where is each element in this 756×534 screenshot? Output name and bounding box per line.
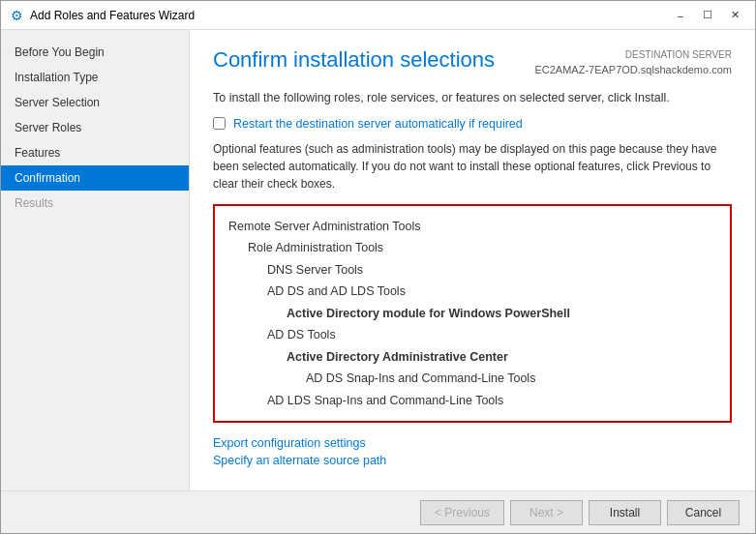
alternate-source-link[interactable]: Specify an alternate source path [213,454,732,467]
close-button[interactable]: ✕ [722,5,747,26]
next-button[interactable]: Next > [510,500,583,525]
destination-label: DESTINATION SERVER [534,47,732,62]
sidebar: Before You Begin Installation Type Serve… [1,30,190,490]
features-box: Remote Server Administration Tools Role … [213,204,732,424]
right-panel: Confirm installation selections DESTINAT… [190,30,755,490]
destination-server-value: EC2AMAZ-7EAP7OD.sqlshackdemo.com [534,64,732,75]
sidebar-item-features[interactable]: Features [1,140,189,165]
window-icon: ⚙ [9,8,24,23]
instruction-text: To install the following roles, role ser… [213,90,732,107]
list-item: AD DS and AD LDS Tools [228,281,716,303]
sidebar-item-installation-type[interactable]: Installation Type [1,65,189,90]
minimize-button[interactable]: – [668,5,693,26]
sidebar-item-before-you-begin[interactable]: Before You Begin [1,40,189,65]
optional-text: Optional features (such as administratio… [213,140,732,193]
window-title: Add Roles and Features Wizard [30,9,668,22]
restart-checkbox[interactable] [213,117,226,130]
wizard-window: ⚙ Add Roles and Features Wizard – ☐ ✕ Be… [0,0,756,534]
panel-body: To install the following roles, role ser… [190,90,755,490]
links-section: Export configuration settings Specify an… [213,436,732,467]
sidebar-item-confirmation[interactable]: Confirmation [1,165,189,191]
list-item: Remote Server Administration Tools [228,216,716,238]
list-item: AD DS Tools [228,324,716,346]
list-item: AD LDS Snap-Ins and Command-Line Tools [228,390,716,412]
sidebar-item-server-selection[interactable]: Server Selection [1,90,189,115]
panel-header: Confirm installation selections DESTINAT… [190,30,755,90]
list-item: AD DS Snap-Ins and Command-Line Tools [228,368,716,390]
list-item: Role Administration Tools [228,237,716,259]
cancel-button[interactable]: Cancel [667,500,740,525]
restart-checkbox-label[interactable]: Restart the destination server automatic… [233,117,523,131]
list-item: Active Directory module for Windows Powe… [228,303,716,325]
install-button[interactable]: Install [589,500,661,525]
sidebar-item-results: Results [1,191,189,216]
main-content: Before You Begin Installation Type Serve… [1,30,755,490]
window-controls: – ☐ ✕ [668,5,747,26]
list-item: DNS Server Tools [228,259,716,282]
list-item: Active Directory Administrative Center [228,346,716,369]
sidebar-item-server-roles[interactable]: Server Roles [1,115,189,140]
restore-button[interactable]: ☐ [695,5,720,26]
export-config-link[interactable]: Export configuration settings [213,436,732,450]
previous-button[interactable]: < Previous [420,500,504,525]
restart-checkbox-row: Restart the destination server automatic… [213,117,732,131]
destination-server-info: DESTINATION SERVER EC2AMAZ-7EAP7OD.sqlsh… [534,47,732,78]
page-title: Confirm installation selections [213,47,495,73]
title-bar: ⚙ Add Roles and Features Wizard – ☐ ✕ [1,1,755,30]
footer: < Previous Next > Install Cancel [1,490,755,533]
